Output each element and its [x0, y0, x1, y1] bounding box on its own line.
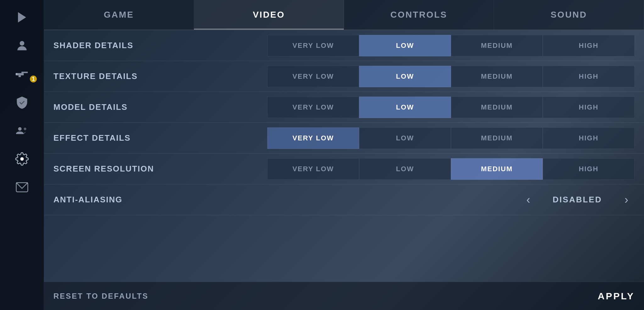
tabbar: GAME VIDEO CONTROLS SOUND: [44, 0, 644, 30]
tab-game[interactable]: GAME: [44, 0, 194, 30]
antialiasing-row: ANTI-ALIASING ‹ DISABLED ›: [44, 184, 644, 215]
sidebar-item-settings[interactable]: [0, 145, 44, 173]
shader-details-options: VERY LOW LOW MEDIUM HIGH: [267, 35, 635, 56]
sidebar-item-profile[interactable]: [0, 31, 44, 60]
screen-resolution-options: VERY LOW LOW MEDIUM HIGH: [267, 158, 635, 180]
model-low-btn[interactable]: LOW: [359, 97, 451, 118]
shader-medium-btn[interactable]: MEDIUM: [451, 35, 543, 56]
texture-details-row: TEXTURE DETAILS VERY LOW LOW MEDIUM HIGH: [44, 61, 644, 92]
screen-resolution-label: SCREEN RESOLUTION: [53, 164, 267, 174]
effect-details-label: EFFECT DETAILS: [53, 133, 267, 143]
antialiasing-value: DISABLED: [546, 195, 609, 205]
svg-rect-3: [21, 72, 28, 73]
svg-rect-5: [15, 73, 17, 75]
svg-rect-4: [19, 76, 21, 77]
resolution-verylow-btn[interactable]: VERY LOW: [267, 158, 359, 180]
sidebar-item-squad[interactable]: [0, 116, 44, 145]
weapon-badge: 1: [30, 76, 37, 82]
shader-low-btn[interactable]: LOW: [359, 35, 451, 56]
model-verylow-btn[interactable]: VERY LOW: [267, 97, 359, 118]
gear-icon: [15, 152, 29, 166]
svg-point-7: [24, 127, 26, 130]
user-icon: [15, 39, 29, 53]
gun-icon: [15, 67, 29, 81]
tab-controls[interactable]: CONTROLS: [344, 0, 494, 30]
shader-details-label: SHADER DETAILS: [53, 41, 267, 50]
sidebar-item-play[interactable]: [0, 3, 44, 31]
effect-low-btn[interactable]: LOW: [359, 127, 451, 149]
tab-sound[interactable]: SOUND: [494, 0, 644, 30]
svg-point-1: [19, 41, 24, 46]
screen-resolution-row: SCREEN RESOLUTION VERY LOW LOW MEDIUM HI…: [44, 154, 644, 184]
texture-details-options: VERY LOW LOW MEDIUM HIGH: [267, 66, 635, 87]
model-details-label: MODEL DETAILS: [53, 102, 267, 112]
shader-high-btn[interactable]: HIGH: [543, 35, 635, 56]
antialiasing-right-arrow[interactable]: ›: [618, 190, 635, 210]
antialiasing-left-arrow[interactable]: ‹: [520, 190, 536, 210]
antialiasing-label: ANTI-ALIASING: [53, 195, 267, 205]
squad-icon: [15, 124, 29, 138]
resolution-high-btn[interactable]: HIGH: [543, 158, 635, 180]
play-icon: [15, 10, 29, 24]
resolution-medium-btn[interactable]: MEDIUM: [451, 158, 543, 180]
apply-button[interactable]: APPLY: [598, 291, 635, 302]
texture-details-label: TEXTURE DETAILS: [53, 71, 267, 81]
sidebar: 1: [0, 0, 44, 310]
texture-medium-btn[interactable]: MEDIUM: [451, 66, 543, 87]
model-details-options: VERY LOW LOW MEDIUM HIGH: [267, 97, 635, 118]
model-details-row: MODEL DETAILS VERY LOW LOW MEDIUM HIGH: [44, 92, 644, 123]
svg-point-6: [18, 127, 21, 131]
shader-details-row: SHADER DETAILS VERY LOW LOW MEDIUM HIGH: [44, 30, 644, 61]
resolution-low-btn[interactable]: LOW: [359, 158, 451, 180]
effect-high-btn[interactable]: HIGH: [543, 127, 635, 149]
settings-list: SHADER DETAILS VERY LOW LOW MEDIUM HIGH …: [44, 30, 644, 282]
shield-icon: [15, 95, 29, 109]
tab-video[interactable]: VIDEO: [194, 0, 344, 30]
sidebar-item-mail[interactable]: [0, 173, 44, 201]
sidebar-item-weapon[interactable]: 1: [0, 60, 44, 88]
antialiasing-control: ‹ DISABLED ›: [267, 190, 635, 210]
texture-high-btn[interactable]: HIGH: [543, 66, 635, 87]
shader-verylow-btn[interactable]: VERY LOW: [267, 35, 359, 56]
main-content: GAME VIDEO CONTROLS SOUND SHADER DETAILS…: [44, 0, 644, 310]
svg-marker-0: [18, 12, 26, 23]
svg-point-8: [20, 157, 24, 161]
model-medium-btn[interactable]: MEDIUM: [451, 97, 543, 118]
effect-details-options: VERY LOW LOW MEDIUM HIGH: [267, 127, 635, 149]
texture-verylow-btn[interactable]: VERY LOW: [267, 66, 359, 87]
texture-low-btn[interactable]: LOW: [359, 66, 451, 87]
mail-icon: [15, 180, 29, 194]
model-high-btn[interactable]: HIGH: [543, 97, 635, 118]
effect-details-row: EFFECT DETAILS VERY LOW LOW MEDIUM HIGH: [44, 123, 644, 154]
sidebar-item-shield[interactable]: [0, 88, 44, 116]
footer-row: RESET TO DEFAULTS APPLY: [44, 282, 644, 310]
reset-defaults-button[interactable]: RESET TO DEFAULTS: [53, 292, 148, 301]
effect-verylow-btn[interactable]: VERY LOW: [267, 127, 359, 149]
effect-medium-btn[interactable]: MEDIUM: [451, 127, 543, 149]
